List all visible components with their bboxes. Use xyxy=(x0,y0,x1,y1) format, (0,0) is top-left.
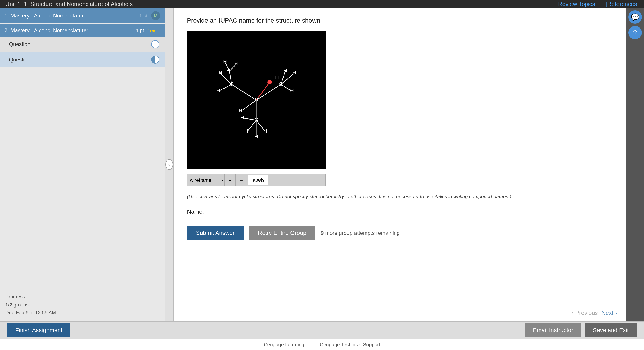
svg-text:C: C xyxy=(279,81,283,87)
next-chevron-icon: › xyxy=(615,310,617,317)
zoom-in-button[interactable]: + xyxy=(236,174,247,186)
sidebar-group-1-badge: M xyxy=(151,11,160,20)
svg-text:H: H xyxy=(275,74,279,80)
sidebar-q2-label: Question xyxy=(9,56,30,63)
svg-line-3 xyxy=(240,100,256,111)
question-content: Provide an IUPAC name for the structure … xyxy=(174,8,626,305)
svg-text:C: C xyxy=(230,81,234,87)
attempts-text: 9 more group attempts remaining xyxy=(321,230,400,236)
molecule-controls: wireframe ball-and-stick spacefill - + l… xyxy=(187,174,326,186)
cengage-support-link[interactable]: Cengage Technical Support xyxy=(320,342,380,348)
svg-text:H: H xyxy=(264,128,267,134)
svg-text:H: H xyxy=(290,88,294,93)
name-label: Name: xyxy=(187,208,204,215)
sidebar-group-2-pts: 1 pt xyxy=(136,27,144,33)
next-label: Next xyxy=(602,310,613,317)
svg-text:H: H xyxy=(292,70,296,75)
name-input[interactable] xyxy=(208,206,315,217)
sidebar-footer: Progress: 1/2 groups Due Feb 6 at 12:55 … xyxy=(0,288,164,321)
svg-line-1 xyxy=(256,84,281,100)
svg-text:H: H xyxy=(216,88,220,93)
sidebar-group-1-label: 1. Mastery - Alcohol Nomenclature xyxy=(4,12,139,19)
sidebar-group-2[interactable]: 2. Mastery - Alcohol Nomenclature:... 1 … xyxy=(0,24,164,37)
progress-label: Progress: xyxy=(5,293,159,301)
previous-button[interactable]: ‹ Previous xyxy=(572,310,598,317)
email-instructor-button[interactable]: Email Instructor xyxy=(525,323,582,337)
content-area: Provide an IUPAC name for the structure … xyxy=(174,8,626,321)
svg-line-14 xyxy=(243,118,256,120)
question-prompt: Provide an IUPAC name for the structure … xyxy=(187,17,613,24)
top-bar-links: [Review Topics] [References] xyxy=(556,1,639,7)
oh-atom xyxy=(268,80,272,84)
references-link[interactable]: [References] xyxy=(606,1,639,7)
svg-text:H: H xyxy=(244,128,248,134)
svg-text:H: H xyxy=(219,70,222,75)
svg-line-5 xyxy=(218,84,232,91)
labels-button[interactable]: labels xyxy=(248,175,268,185)
footer-separator: | xyxy=(312,342,313,348)
svg-text:H: H xyxy=(239,108,242,113)
molecule-svg: C C C C H H H H H H H H H xyxy=(187,31,326,169)
page-title: Unit 1_1. Structure and Nomenclature of … xyxy=(5,1,132,7)
svg-text:C: C xyxy=(254,117,258,122)
collapse-arrow: ‹ xyxy=(166,159,173,170)
svg-text:H: H xyxy=(284,68,287,73)
prev-chevron-icon: ‹ xyxy=(572,310,574,317)
collapse-handle[interactable]: ‹ xyxy=(166,8,174,321)
save-and-exit-button[interactable]: Save and Exit xyxy=(585,323,637,337)
next-button[interactable]: Next › xyxy=(602,310,617,317)
view-mode-select[interactable]: wireframe ball-and-stick spacefill xyxy=(187,174,224,186)
help-icon[interactable]: ? xyxy=(628,26,642,39)
right-panel: 💬 ? xyxy=(626,8,644,321)
answer-actions: Submit Answer Retry Entire Group 9 more … xyxy=(187,226,613,241)
svg-text:H: H xyxy=(223,59,227,64)
sidebar-question-1[interactable]: Question xyxy=(0,37,164,52)
submit-answer-button[interactable]: Submit Answer xyxy=(187,226,244,241)
nav-bar: ‹ Previous Next › xyxy=(174,305,626,321)
question-list: Question Question xyxy=(0,37,164,67)
svg-line-0 xyxy=(232,84,256,100)
previous-label: Previous xyxy=(575,310,598,317)
sidebar-group-1[interactable]: 1. Mastery - Alcohol Nomenclature 1 pt M xyxy=(0,8,164,23)
molecule-viewer: C C C C H H H H H H H H H xyxy=(187,31,326,169)
svg-text:H: H xyxy=(234,61,238,67)
sidebar-group-2-label: 2. Mastery - Alcohol Nomenclature:... xyxy=(4,27,136,33)
finish-assignment-button[interactable]: Finish Assignment xyxy=(7,323,70,337)
footer: Cengage Learning | Cengage Technical Sup… xyxy=(0,339,644,350)
progress-due: Due Feb 6 at 12:55 AM xyxy=(5,309,159,317)
sidebar-q1-status xyxy=(151,40,159,48)
cengage-learning-link[interactable]: Cengage Learning xyxy=(264,342,304,348)
svg-text:C: C xyxy=(254,97,258,102)
retry-entire-group-button[interactable]: Retry Entire Group xyxy=(249,226,315,241)
sidebar-group-1-pts: 1 pt xyxy=(139,13,148,18)
progress-groups: 1/2 groups xyxy=(5,301,159,309)
svg-text:H: H xyxy=(254,134,258,139)
sidebar-group-2-req: 1req xyxy=(148,28,156,33)
chat-icon[interactable]: 💬 xyxy=(628,10,642,24)
sidebar: 1. Mastery - Alcohol Nomenclature 1 pt M… xyxy=(0,8,166,321)
instructions-text: (Use cis/trans terms for cyclic structur… xyxy=(187,193,613,200)
name-input-row: Name: xyxy=(187,206,613,217)
svg-text:H: H xyxy=(226,68,230,73)
svg-text:H: H xyxy=(240,115,244,120)
sidebar-question-2[interactable]: Question xyxy=(0,52,164,67)
review-topics-link[interactable]: [Review Topics] xyxy=(556,1,596,7)
bottom-right-buttons: Email Instructor Save and Exit xyxy=(525,323,637,337)
top-bar: Unit 1_1. Structure and Nomenclature of … xyxy=(0,0,644,8)
bottom-bar: Finish Assignment Email Instructor Save … xyxy=(0,321,644,339)
zoom-out-button[interactable]: - xyxy=(224,174,236,186)
svg-line-10 xyxy=(256,82,270,100)
sidebar-q1-label: Question xyxy=(9,41,30,47)
sidebar-q2-status xyxy=(151,56,159,64)
